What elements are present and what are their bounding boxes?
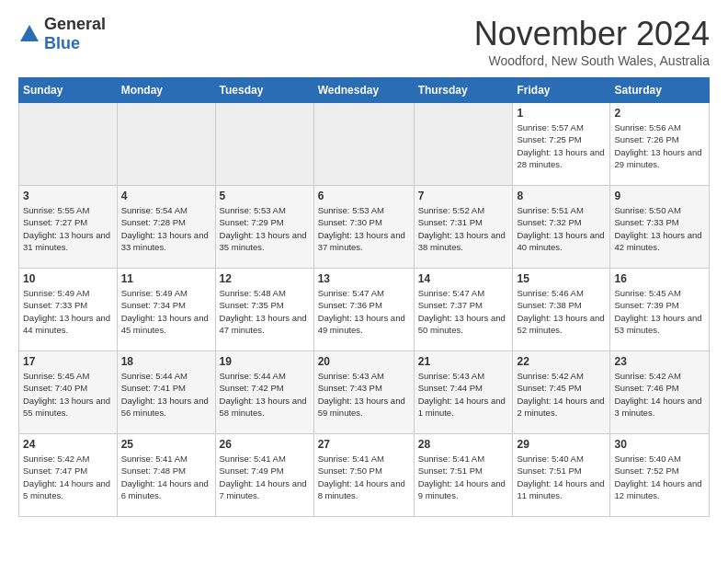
weekday-header: SundayMondayTuesdayWednesdayThursdayFrid… [19, 78, 710, 103]
logo-blue: Blue [44, 34, 80, 52]
day-detail: Sunrise: 5:56 AM Sunset: 7:26 PM Dayligh… [614, 121, 705, 170]
day-number: 25 [121, 438, 211, 451]
calendar-cell [19, 103, 118, 186]
calendar-cell: 18Sunrise: 5:44 AM Sunset: 7:41 PM Dayli… [117, 351, 215, 434]
calendar-cell: 8Sunrise: 5:51 AM Sunset: 7:32 PM Daylig… [513, 186, 610, 269]
calendar-cell: 17Sunrise: 5:45 AM Sunset: 7:40 PM Dayli… [19, 351, 118, 434]
calendar-cell: 7Sunrise: 5:52 AM Sunset: 7:31 PM Daylig… [414, 186, 513, 269]
day-number: 7 [418, 190, 509, 202]
calendar-cell: 12Sunrise: 5:48 AM Sunset: 7:35 PM Dayli… [215, 269, 313, 351]
calendar-cell: 22Sunrise: 5:42 AM Sunset: 7:45 PM Dayli… [513, 351, 610, 434]
day-detail: Sunrise: 5:41 AM Sunset: 7:50 PM Dayligh… [318, 453, 410, 501]
calendar-cell: 19Sunrise: 5:44 AM Sunset: 7:42 PM Dayli… [215, 351, 313, 434]
month-title: November 2024 [474, 15, 710, 53]
calendar-week: 1Sunrise: 5:57 AM Sunset: 7:25 PM Daylig… [19, 103, 710, 186]
svg-marker-0 [20, 25, 39, 41]
day-detail: Sunrise: 5:43 AM Sunset: 7:43 PM Dayligh… [318, 370, 410, 419]
day-detail: Sunrise: 5:41 AM Sunset: 7:49 PM Dayligh… [220, 453, 310, 501]
weekday-header-cell: Sunday [19, 78, 118, 103]
calendar-cell: 29Sunrise: 5:40 AM Sunset: 7:51 PM Dayli… [513, 434, 610, 517]
day-detail: Sunrise: 5:42 AM Sunset: 7:45 PM Dayligh… [517, 370, 606, 419]
calendar-cell: 4Sunrise: 5:54 AM Sunset: 7:28 PM Daylig… [117, 186, 215, 269]
calendar-cell: 27Sunrise: 5:41 AM Sunset: 7:50 PM Dayli… [313, 434, 414, 517]
calendar-cell: 11Sunrise: 5:49 AM Sunset: 7:34 PM Dayli… [117, 269, 215, 351]
day-detail: Sunrise: 5:51 AM Sunset: 7:32 PM Dayligh… [517, 204, 606, 253]
weekday-header-cell: Wednesday [313, 78, 414, 103]
calendar-cell [313, 103, 414, 186]
day-number: 30 [614, 438, 705, 451]
calendar-cell: 20Sunrise: 5:43 AM Sunset: 7:43 PM Dayli… [313, 351, 414, 434]
calendar-cell: 28Sunrise: 5:41 AM Sunset: 7:51 PM Dayli… [414, 434, 513, 517]
calendar-cell: 23Sunrise: 5:42 AM Sunset: 7:46 PM Dayli… [610, 351, 710, 434]
day-detail: Sunrise: 5:40 AM Sunset: 7:51 PM Dayligh… [517, 453, 606, 501]
day-detail: Sunrise: 5:48 AM Sunset: 7:35 PM Dayligh… [220, 287, 310, 336]
calendar-cell: 30Sunrise: 5:40 AM Sunset: 7:52 PM Dayli… [610, 434, 710, 517]
calendar-cell: 15Sunrise: 5:46 AM Sunset: 7:38 PM Dayli… [513, 269, 610, 351]
day-number: 9 [614, 190, 705, 202]
calendar-cell: 21Sunrise: 5:43 AM Sunset: 7:44 PM Dayli… [414, 351, 513, 434]
day-number: 3 [23, 190, 113, 202]
calendar-week: 17Sunrise: 5:45 AM Sunset: 7:40 PM Dayli… [19, 351, 710, 434]
day-number: 24 [23, 438, 113, 451]
header: General Blue November 2024 Woodford, New… [18, 15, 710, 68]
calendar-cell: 1Sunrise: 5:57 AM Sunset: 7:25 PM Daylig… [513, 103, 610, 186]
calendar-cell: 14Sunrise: 5:47 AM Sunset: 7:37 PM Dayli… [414, 269, 513, 351]
day-detail: Sunrise: 5:52 AM Sunset: 7:31 PM Dayligh… [418, 204, 509, 253]
day-detail: Sunrise: 5:50 AM Sunset: 7:33 PM Dayligh… [614, 204, 705, 253]
calendar-cell: 16Sunrise: 5:45 AM Sunset: 7:39 PM Dayli… [610, 269, 710, 351]
day-number: 27 [318, 438, 410, 451]
day-detail: Sunrise: 5:45 AM Sunset: 7:40 PM Dayligh… [23, 370, 113, 419]
day-number: 23 [614, 355, 705, 368]
logo: General Blue [18, 15, 106, 53]
weekday-header-cell: Thursday [414, 78, 513, 103]
day-detail: Sunrise: 5:55 AM Sunset: 7:27 PM Dayligh… [23, 204, 113, 253]
day-detail: Sunrise: 5:46 AM Sunset: 7:38 PM Dayligh… [517, 287, 606, 336]
calendar-week: 10Sunrise: 5:49 AM Sunset: 7:33 PM Dayli… [19, 269, 710, 351]
day-detail: Sunrise: 5:53 AM Sunset: 7:30 PM Dayligh… [318, 204, 410, 253]
day-detail: Sunrise: 5:47 AM Sunset: 7:36 PM Dayligh… [318, 287, 410, 336]
calendar-cell: 25Sunrise: 5:41 AM Sunset: 7:48 PM Dayli… [117, 434, 215, 517]
day-detail: Sunrise: 5:42 AM Sunset: 7:46 PM Dayligh… [614, 370, 705, 419]
day-number: 28 [418, 438, 509, 451]
day-detail: Sunrise: 5:43 AM Sunset: 7:44 PM Dayligh… [418, 370, 509, 419]
day-number: 5 [220, 190, 310, 202]
day-detail: Sunrise: 5:45 AM Sunset: 7:39 PM Dayligh… [614, 287, 705, 336]
day-number: 21 [418, 355, 509, 368]
day-number: 1 [517, 107, 606, 120]
day-number: 20 [318, 355, 410, 368]
day-number: 13 [318, 272, 410, 285]
day-number: 14 [418, 272, 509, 285]
day-number: 17 [23, 355, 113, 368]
day-number: 19 [220, 355, 310, 368]
calendar-cell: 6Sunrise: 5:53 AM Sunset: 7:30 PM Daylig… [313, 186, 414, 269]
day-number: 4 [121, 190, 211, 202]
calendar-cell: 24Sunrise: 5:42 AM Sunset: 7:47 PM Dayli… [19, 434, 118, 517]
day-detail: Sunrise: 5:49 AM Sunset: 7:34 PM Dayligh… [121, 287, 211, 336]
day-number: 22 [517, 355, 606, 368]
calendar-cell [414, 103, 513, 186]
day-number: 2 [614, 107, 705, 120]
calendar-cell: 5Sunrise: 5:53 AM Sunset: 7:29 PM Daylig… [215, 186, 313, 269]
day-detail: Sunrise: 5:40 AM Sunset: 7:52 PM Dayligh… [614, 453, 705, 501]
calendar-cell: 10Sunrise: 5:49 AM Sunset: 7:33 PM Dayli… [19, 269, 118, 351]
day-number: 29 [517, 438, 606, 451]
calendar-week: 3Sunrise: 5:55 AM Sunset: 7:27 PM Daylig… [19, 186, 710, 269]
day-number: 6 [318, 190, 410, 202]
calendar-cell: 3Sunrise: 5:55 AM Sunset: 7:27 PM Daylig… [19, 186, 118, 269]
day-number: 10 [23, 272, 113, 285]
calendar-cell: 13Sunrise: 5:47 AM Sunset: 7:36 PM Dayli… [313, 269, 414, 351]
day-number: 12 [220, 272, 310, 285]
logo-text: General Blue [44, 15, 106, 53]
weekday-header-cell: Tuesday [215, 78, 313, 103]
calendar-week: 24Sunrise: 5:42 AM Sunset: 7:47 PM Dayli… [19, 434, 710, 517]
day-detail: Sunrise: 5:54 AM Sunset: 7:28 PM Dayligh… [121, 204, 211, 253]
calendar-cell [215, 103, 313, 186]
day-number: 8 [517, 190, 606, 202]
day-detail: Sunrise: 5:42 AM Sunset: 7:47 PM Dayligh… [23, 453, 113, 501]
calendar-cell [117, 103, 215, 186]
logo-icon [18, 23, 40, 45]
day-detail: Sunrise: 5:44 AM Sunset: 7:41 PM Dayligh… [121, 370, 211, 419]
day-number: 15 [517, 272, 606, 285]
day-detail: Sunrise: 5:41 AM Sunset: 7:51 PM Dayligh… [418, 453, 509, 501]
day-number: 11 [121, 272, 211, 285]
